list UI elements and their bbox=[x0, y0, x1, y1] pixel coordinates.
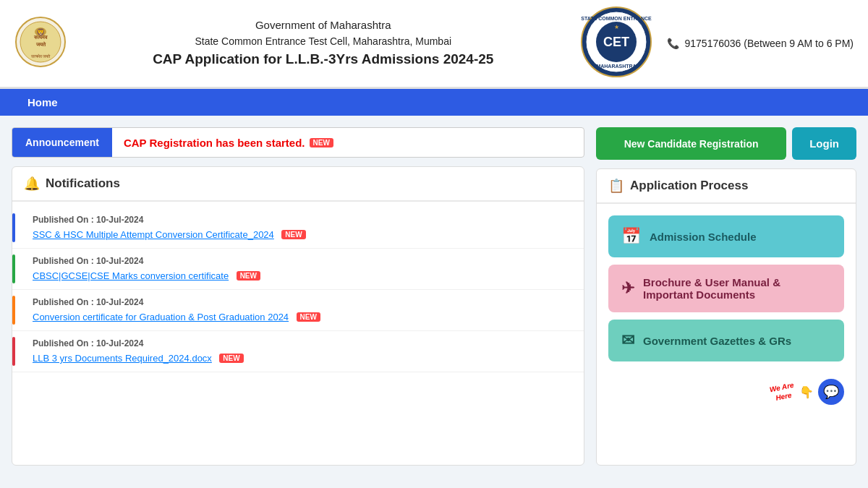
header-line1: Government of Maharashtra bbox=[67, 17, 580, 34]
announcement-bar: Announcement CAP Registration has been s… bbox=[12, 127, 584, 158]
notification-date-4: Published On : 10-Jul-2024 bbox=[33, 338, 572, 348]
header-line3: CAP Application for L.L.B.-3Yrs Admissio… bbox=[67, 49, 580, 70]
admission-schedule-item[interactable]: 📅 Admission Schedule bbox=[608, 215, 844, 257]
svg-text:MAHARASHTRA: MAHARASHTRA bbox=[596, 64, 636, 69]
notification-item: Published On : 10-Jul-2024 Conversion ce… bbox=[12, 290, 584, 331]
bell-icon: 🔔 bbox=[24, 176, 40, 192]
phone-number: 9175176036 (Between 9 AM to 6 PM) bbox=[685, 38, 854, 49]
nav-home[interactable]: Home bbox=[14, 89, 71, 116]
notification-item: Published On : 10-Jul-2024 LLB 3 yrs Doc… bbox=[12, 331, 584, 372]
notification-date-3: Published On : 10-Jul-2024 bbox=[33, 297, 572, 307]
calendar-icon: 📅 bbox=[621, 227, 641, 246]
application-process-icon: 📋 bbox=[608, 178, 624, 194]
notification-content-2: Published On : 10-Jul-2024 CBSC|GCSE|CSE… bbox=[24, 256, 572, 282]
svg-text:जयते: जयते bbox=[35, 41, 46, 47]
registration-buttons: New Candidate Registration Login bbox=[596, 127, 856, 160]
hand-icon: 👇 bbox=[799, 385, 814, 399]
chat-button[interactable]: 💬 bbox=[818, 379, 844, 405]
svg-text:CET: CET bbox=[603, 35, 629, 49]
gazette-icon: ✉ bbox=[621, 331, 634, 350]
brochure-icon: ✈ bbox=[621, 279, 634, 298]
application-process-header: 📋 Application Process bbox=[597, 169, 856, 204]
application-process-panel: 📋 Application Process 📅 Admission Schedu… bbox=[596, 168, 856, 466]
notification-item: Published On : 10-Jul-2024 CBSC|GCSE|CSE… bbox=[12, 249, 584, 290]
right-panel: New Candidate Registration Login 📋 Appli… bbox=[596, 127, 856, 466]
navbar: Home bbox=[0, 89, 868, 116]
brochure-documents-item[interactable]: ✈ Brochure & User Manual & Important Doc… bbox=[608, 265, 844, 312]
svg-text:सत्यमेव जयते: सत्यमेव जयते bbox=[30, 53, 51, 59]
notification-content-3: Published On : 10-Jul-2024 Conversion ce… bbox=[24, 297, 572, 323]
main-content: Announcement CAP Registration has been s… bbox=[0, 116, 868, 477]
notification-date-1: Published On : 10-Jul-2024 bbox=[33, 215, 572, 225]
cet-logo: CET STATE COMMON ENTRANCE MAHARASHTRA ★ bbox=[580, 6, 652, 81]
government-gazettes-label: Government Gazettes & GRs bbox=[643, 335, 791, 347]
announcement-tab: Announcement bbox=[12, 128, 112, 157]
admission-schedule-label: Admission Schedule bbox=[650, 231, 757, 243]
notifications-title: Notifications bbox=[46, 176, 120, 191]
notification-new-2: NEW bbox=[237, 271, 260, 281]
government-gazettes-item[interactable]: ✉ Government Gazettes & GRs bbox=[608, 320, 844, 361]
announcement-new-badge: NEW bbox=[310, 138, 333, 147]
brochure-documents-label: Brochure & User Manual & Important Docum… bbox=[643, 276, 831, 301]
notification-item: Published On : 10-Jul-2024 SSC & HSC Mul… bbox=[12, 207, 584, 249]
notification-link-4[interactable]: LLB 3 yrs Documents Required_2024.docx bbox=[33, 353, 212, 364]
left-panel: Announcement CAP Registration has been s… bbox=[12, 127, 584, 466]
announcement-text: CAP Registration has been started. bbox=[124, 137, 305, 149]
notification-link-3[interactable]: Conversion certificate for Graduation & … bbox=[33, 312, 289, 322]
application-process-items: 📅 Admission Schedule ✈ Brochure & User M… bbox=[597, 204, 856, 373]
application-process-title: Application Process bbox=[630, 179, 748, 193]
notifications-list: Published On : 10-Jul-2024 SSC & HSC Mul… bbox=[12, 202, 584, 378]
notifications-header: 🔔 Notifications bbox=[12, 167, 584, 202]
maharashtra-logo: सत्यमेव जयते 🦁 सत्यमेव जयते bbox=[14, 16, 67, 71]
notification-new-3: NEW bbox=[297, 312, 320, 322]
header-line2: State Common Entrance Test Cell, Maharas… bbox=[67, 34, 580, 49]
svg-text:STATE COMMON ENTRANCE: STATE COMMON ENTRANCE bbox=[581, 16, 652, 21]
svg-text:★: ★ bbox=[613, 24, 618, 30]
login-button[interactable]: Login bbox=[792, 127, 856, 160]
new-candidate-registration-button[interactable]: New Candidate Registration bbox=[596, 127, 786, 160]
notification-new-4: NEW bbox=[219, 354, 243, 363]
announcement-content: CAP Registration has been started. NEW bbox=[112, 128, 584, 157]
notifications-panel: 🔔 Notifications Published On : 10-Jul-20… bbox=[12, 166, 584, 466]
notification-link-2[interactable]: CBSC|GCSE|CSE Marks conversion certifica… bbox=[33, 270, 229, 281]
notification-date-2: Published On : 10-Jul-2024 bbox=[33, 256, 572, 266]
we-are-here-text: We AreHere bbox=[769, 380, 797, 403]
header-text: Government of Maharashtra State Common E… bbox=[67, 17, 580, 69]
notification-content-4: Published On : 10-Jul-2024 LLB 3 yrs Doc… bbox=[24, 338, 572, 364]
phone-icon: 📞 bbox=[667, 38, 679, 49]
svg-text:🦁: 🦁 bbox=[36, 27, 46, 37]
notification-link-1[interactable]: SSC & HSC Multiple Attempt Conversion Ce… bbox=[33, 229, 274, 240]
page-header: सत्यमेव जयते 🦁 सत्यमेव जयते Government o… bbox=[0, 0, 868, 89]
notification-content-1: Published On : 10-Jul-2024 SSC & HSC Mul… bbox=[24, 215, 572, 241]
header-phone: 📞 9175176036 (Between 9 AM to 6 PM) bbox=[667, 38, 854, 49]
notification-new-1: NEW bbox=[281, 230, 305, 239]
